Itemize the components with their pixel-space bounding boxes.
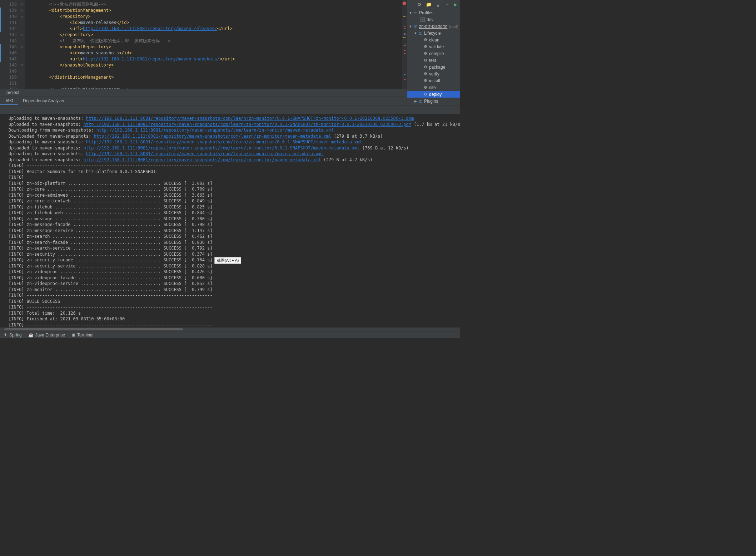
code-line[interactable]: <distributionManagement> — [29, 8, 402, 14]
console-line[interactable]: [INFO] zn-biz-platform .................… — [9, 181, 460, 187]
maven-profile-dev[interactable]: ✓dev — [407, 16, 460, 23]
error-stripe[interactable]: ⬤ — [402, 0, 407, 89]
folder-open-icon[interactable]: 📁 — [426, 2, 432, 7]
console-line[interactable]: [INFO] ---------------------------------… — [9, 163, 460, 169]
code-line[interactable]: <url>http://192.168.1.111:8081/repositor… — [29, 26, 402, 32]
stripe-mark[interactable] — [404, 33, 406, 34]
fold-icon[interactable]: ⊟ — [21, 8, 23, 14]
console-hscrollbar[interactable] — [0, 328, 460, 331]
stripe-mark[interactable] — [404, 44, 406, 44]
console-line[interactable]: Uploading to maven-snapshots: http://192… — [9, 151, 460, 157]
maven-profiles[interactable]: ▼🗀Profiles — [407, 9, 460, 16]
line-number[interactable]: 150 — [0, 74, 25, 80]
console-line[interactable]: Uploaded to maven-snapshots: http://192.… — [9, 145, 460, 151]
console-line[interactable]: Uploading to maven-snapshots: http://192… — [9, 115, 460, 122]
line-number[interactable]: 147 — [0, 56, 25, 62]
code-line[interactable]: </snapshotRepository> — [29, 62, 402, 68]
stripe-mark[interactable] — [403, 16, 406, 17]
line-number[interactable]: 142 — [0, 26, 25, 32]
code-line[interactable]: <!-- 发布到 快照版本的仓库，即 测试版本仓库 --> — [29, 38, 402, 44]
code-line[interactable]: <id>maven-snapshots</id> — [29, 50, 402, 56]
checkbox-icon[interactable]: ✓ — [421, 18, 425, 22]
tool-window-spring[interactable]: ⚘Spring — [4, 333, 22, 338]
code-line[interactable]: <repository> — [29, 14, 402, 20]
console-line[interactable]: [INFO] Reactor Summary for zn-biz-platfo… — [9, 169, 460, 175]
console-line[interactable]: [INFO] — [9, 174, 460, 181]
maven-goal-deploy[interactable]: ⚙deploy — [407, 91, 460, 98]
console-link[interactable]: http://192.168.1.111:8081/repository/mav… — [86, 151, 324, 156]
console-line[interactable]: [INFO] Total time: 20.126 s — [9, 310, 460, 316]
console-line[interactable]: [INFO] zn-search-service ...............… — [9, 245, 460, 251]
add-icon[interactable]: ＋ — [445, 1, 449, 8]
stripe-mark[interactable] — [404, 45, 406, 46]
console-line[interactable]: [INFO] zn-filehub ......................… — [9, 204, 460, 210]
stripe-mark[interactable] — [403, 37, 406, 38]
code-line[interactable]: <id>maven-releases</id> — [29, 20, 402, 26]
console-line[interactable]: [INFO] zn-search .......................… — [9, 233, 460, 240]
code-line[interactable]: <snapshotRepository> — [29, 44, 402, 50]
console-line[interactable]: Downloaded from maven-snapshots: http://… — [9, 133, 460, 139]
code-editor[interactable]: 138⊟139⊟140⊟141142143⊟144145⊟146147148⊟1… — [0, 0, 407, 89]
tool-window-java-enterprise[interactable]: ☕Java Enterprise — [28, 333, 65, 338]
line-number[interactable]: 148⊟ — [0, 62, 25, 68]
fold-icon[interactable]: ⊟ — [21, 44, 23, 50]
line-number[interactable]: 151 — [0, 80, 25, 87]
console-line[interactable]: Uploading to maven-snapshots: http://192… — [9, 139, 460, 145]
line-number[interactable]: 144 — [0, 38, 25, 44]
console-line[interactable]: [INFO] zn-message-service ..............… — [9, 228, 460, 234]
code-line[interactable]: </distributionManagement> — [29, 74, 402, 80]
console-line[interactable]: [INFO] ---------------------------------… — [9, 292, 460, 299]
code-line[interactable] — [29, 80, 402, 87]
line-number[interactable]: 141 — [0, 20, 25, 26]
console-line[interactable]: [INFO] ---------------------------------… — [9, 322, 460, 328]
reimport-icon[interactable]: ⟳ — [418, 2, 422, 7]
maven-root-module[interactable]: ▼mzn-biz-platform(root) — [407, 23, 460, 30]
maven-goal-test[interactable]: ⚙test — [407, 57, 460, 64]
line-number[interactable]: 146 — [0, 50, 25, 56]
console-line[interactable]: [INFO] zn-videoproc-facade .............… — [9, 275, 460, 281]
console-line[interactable]: [INFO] zn-search-facade ................… — [9, 240, 460, 246]
console-line[interactable]: [INFO] zn-videoproc ....................… — [9, 269, 460, 275]
breadcrumb[interactable]: project — [0, 89, 407, 97]
maven-goal-verify[interactable]: ⚙verify — [407, 70, 460, 77]
line-number[interactable]: 152⊟ — [0, 87, 25, 89]
console-line[interactable]: Uploaded to maven-snapshots: http://192.… — [9, 157, 460, 163]
maven-goal-site[interactable]: ⚙site — [407, 84, 460, 91]
code-line[interactable]: <url>http://192.168.1.111:8081/repositor… — [29, 56, 402, 62]
console-line[interactable]: Uploaded to maven-snapshots: http://192.… — [9, 122, 460, 128]
console-line[interactable]: [INFO] zn-core-clientweb ...............… — [9, 198, 460, 204]
maven-goal-compile[interactable]: ⚙compile — [407, 50, 460, 57]
console-line[interactable]: [INFO] zn-core .........................… — [9, 186, 460, 192]
console-link[interactable]: http://192.168.1.111:8081/repository/mav… — [94, 134, 331, 139]
console-line[interactable]: Downloading from maven-snapshots: http:/… — [9, 127, 460, 133]
console-line[interactable]: [INFO] zn-core-adminweb ................… — [9, 192, 460, 198]
console-line[interactable]: [INFO] zn-videoproc-service ............… — [9, 281, 460, 287]
run-icon[interactable]: ▶ — [454, 2, 457, 7]
line-number[interactable]: 145⊟ — [0, 44, 25, 50]
console-link[interactable]: http://192.168.1.111:8081/repository/mav… — [84, 122, 412, 127]
fold-icon[interactable]: ⊟ — [21, 1, 23, 8]
stripe-mark[interactable] — [404, 34, 406, 35]
maven-goal-clean[interactable]: ⚙clean — [407, 36, 460, 43]
code-line[interactable]: </repository> — [29, 32, 402, 38]
code-line[interactable]: <!--<distributionManagement>--> — [29, 87, 402, 89]
stripe-mark[interactable] — [404, 53, 406, 54]
maven-goal-install[interactable]: ⚙install — [407, 77, 460, 84]
editor-tab-text[interactable]: Text — [0, 97, 18, 105]
console-line[interactable]: [INFO] zn-message-facade ...............… — [9, 222, 460, 228]
stripe-mark[interactable] — [404, 26, 406, 27]
console-line[interactable]: [INFO] BUILD SUCCESS — [9, 299, 460, 305]
console-line[interactable]: [INFO] zn-security .....................… — [9, 251, 460, 257]
editor-tab-dependency-analyzer[interactable]: Dependency Analyzer — [18, 97, 70, 105]
download-icon[interactable]: ⭳ — [436, 2, 441, 7]
console-line[interactable]: [INFO] zn-filehub-web ..................… — [9, 210, 460, 216]
fold-icon[interactable]: ⊟ — [21, 87, 23, 89]
fold-icon[interactable]: ⊟ — [21, 32, 23, 38]
maven-goal-package[interactable]: ⚙package — [407, 64, 460, 70]
maven-lifecycle[interactable]: ▼🗀Lifecycle — [407, 30, 460, 36]
code-line[interactable] — [29, 68, 402, 74]
console-line[interactable]: [INFO] Finished at: 2021-03-08T10:35:00+… — [9, 316, 460, 322]
fold-icon[interactable]: ⊟ — [21, 62, 23, 68]
maven-plugins[interactable]: ▶🗀Plugins — [407, 98, 460, 104]
console-link[interactable]: http://192.168.1.111:8081/repository/mav… — [84, 157, 321, 162]
